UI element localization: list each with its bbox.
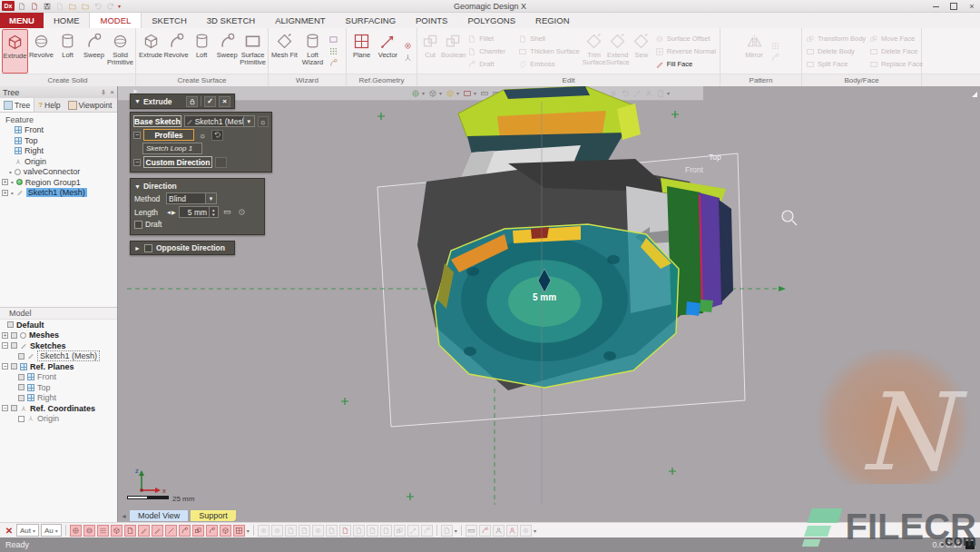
lock-icon[interactable]: [186, 96, 198, 107]
panel-close-icon[interactable]: ×: [110, 88, 114, 96]
model-item-sketch1[interactable]: Sketch1 (Mesh): [0, 351, 117, 362]
feature-item-origin[interactable]: Origin: [0, 156, 117, 167]
expander-icon[interactable]: −: [2, 363, 8, 370]
model-item-top[interactable]: Top: [0, 382, 117, 393]
extrude-solid-button[interactable]: Extrude: [2, 29, 28, 74]
surface-primitive-button[interactable]: Surface Primitive: [240, 29, 266, 74]
boolean-button[interactable]: Boolean: [441, 29, 466, 74]
opposite-direction-panel[interactable]: ► Opposite Direction: [130, 241, 235, 255]
extrude-surface-button[interactable]: Extrude: [138, 29, 163, 74]
select-all-types-icon[interactable]: [233, 525, 245, 537]
dropdown-icon[interactable]: ▼: [243, 116, 254, 126]
chamfer-button[interactable]: Chamfer: [467, 45, 514, 57]
sweep-surface-button[interactable]: Sweep: [214, 29, 240, 74]
tab-viewpoint[interactable]: Viewpoint: [64, 98, 116, 112]
filter-2-icon[interactable]: [271, 525, 283, 537]
custom-direction-button[interactable]: Custom Direction: [143, 156, 212, 168]
replace-face-button[interactable]: Replace Face: [869, 58, 923, 70]
feature-item-front[interactable]: Front: [0, 125, 117, 136]
select-region-icon[interactable]: [83, 525, 95, 537]
feature-item-top[interactable]: Top: [0, 135, 117, 146]
model-item-origin[interactable]: Origin: [0, 414, 117, 425]
visibility-icon[interactable]: [18, 374, 24, 380]
menu-button[interactable]: MENU: [0, 13, 44, 28]
solid-primitive-button[interactable]: Solid Primitive: [107, 29, 133, 74]
delete-face-button[interactable]: Delete Face: [869, 45, 923, 57]
ref-coordinate-icon[interactable]: [403, 53, 413, 63]
model-item-default[interactable]: Default: [0, 320, 117, 330]
model-item-ref-coordinates[interactable]: −Ref. Coordinates: [0, 403, 117, 414]
select-body-icon[interactable]: [192, 525, 204, 537]
select-face-icon[interactable]: [179, 525, 191, 537]
user-view-red-icon[interactable]: [506, 525, 518, 537]
cancel-button[interactable]: ×: [219, 96, 230, 107]
selection-more-icon[interactable]: ▾: [247, 527, 250, 534]
filter-9-icon[interactable]: [367, 525, 378, 537]
model-item-ref-planes[interactable]: −Ref. Planes: [0, 361, 117, 372]
thicken-surface-button[interactable]: Thicken Surface: [518, 45, 580, 57]
visibility-icon[interactable]: [18, 353, 24, 360]
select-poly-face-icon[interactable]: [124, 525, 136, 537]
extrude-preview-face[interactable]: [435, 224, 679, 388]
visibility-icon[interactable]: [18, 384, 24, 390]
custom-direction-slot[interactable]: [215, 157, 227, 168]
loft-wizard-button[interactable]: Loft Wizard: [299, 29, 327, 74]
feature-item-valveconnector[interactable]: •valveConnector: [0, 167, 117, 178]
filter-8-icon[interactable]: [353, 525, 365, 537]
circular-pattern-icon[interactable]: [770, 53, 780, 63]
flip-direction-icon[interactable]: ◄▶: [166, 209, 176, 215]
quick-access-caret-icon[interactable]: ▾: [118, 3, 121, 9]
reverse-normal-button[interactable]: Reverse Normal: [655, 45, 716, 57]
shell-button[interactable]: Shell: [518, 33, 580, 44]
model-item-right[interactable]: Right: [0, 393, 117, 404]
tab-alignment[interactable]: ALIGNMENT: [265, 13, 335, 28]
save-folder-icon[interactable]: [80, 1, 91, 11]
filter-13-icon[interactable]: [421, 525, 433, 537]
filter-11-icon[interactable]: [394, 525, 406, 537]
plane-button[interactable]: Plane: [348, 29, 375, 74]
dropdown-icon[interactable]: ▼: [205, 193, 216, 203]
new-document-icon[interactable]: [16, 1, 27, 11]
select-poly-vertex-icon[interactable]: [111, 525, 122, 537]
split-face-button[interactable]: Split Face: [806, 58, 866, 70]
draft-button[interactable]: Draft: [467, 58, 514, 70]
loft-surface-button[interactable]: Loft: [189, 29, 214, 74]
tab-model-view[interactable]: Model View: [130, 510, 188, 521]
undo-icon[interactable]: [93, 1, 103, 11]
redo-icon[interactable]: [105, 1, 116, 11]
sweep-solid-button[interactable]: Sweep: [81, 29, 107, 74]
visibility-icon[interactable]: [11, 363, 17, 370]
doc-tool-more-icon[interactable]: ▾: [455, 527, 457, 534]
vector-button[interactable]: Vector: [375, 29, 401, 74]
fillet-button[interactable]: Fillet: [467, 33, 514, 44]
expander-icon[interactable]: +: [2, 179, 8, 185]
model-item-front[interactable]: Front: [0, 372, 117, 383]
toolbar-more-icon[interactable]: ▾: [534, 527, 536, 534]
filter-4-icon[interactable]: [299, 525, 310, 537]
feature-item-right[interactable]: Right: [0, 146, 117, 157]
expander-icon[interactable]: +: [2, 190, 8, 196]
expander-icon[interactable]: +: [2, 332, 8, 339]
collapse-icon[interactable]: ▼: [134, 183, 141, 190]
wizard-extra-1-icon[interactable]: [328, 34, 338, 44]
filter-5-icon[interactable]: [312, 525, 324, 537]
expand-icon[interactable]: ►: [134, 245, 141, 251]
collapse-section-icon[interactable]: −: [133, 132, 141, 139]
draft-checkbox[interactable]: [134, 221, 142, 229]
tab-sketch[interactable]: SKETCH: [142, 13, 197, 28]
save-icon[interactable]: [42, 1, 53, 11]
transform-body-button[interactable]: Transform Body: [806, 33, 866, 44]
clock-icon[interactable]: [236, 207, 248, 218]
auto-mode-select-2[interactable]: Au▾: [41, 524, 62, 537]
tab-home[interactable]: HOME: [44, 13, 90, 28]
select-mesh-icon[interactable]: [70, 525, 82, 537]
visibility-icon[interactable]: [18, 395, 24, 401]
delete-body-button[interactable]: Delete Body: [806, 45, 866, 57]
revolve-solid-button[interactable]: Revolve: [28, 29, 54, 74]
app-icon[interactable]: Dx: [2, 1, 15, 11]
signal-tool-icon[interactable]: [479, 525, 491, 537]
spin-down-icon[interactable]: ▼: [210, 212, 217, 217]
loft-solid-button[interactable]: Loft: [54, 29, 81, 74]
close-button[interactable]: ×: [967, 2, 976, 11]
circle-tool-icon[interactable]: [520, 525, 532, 537]
